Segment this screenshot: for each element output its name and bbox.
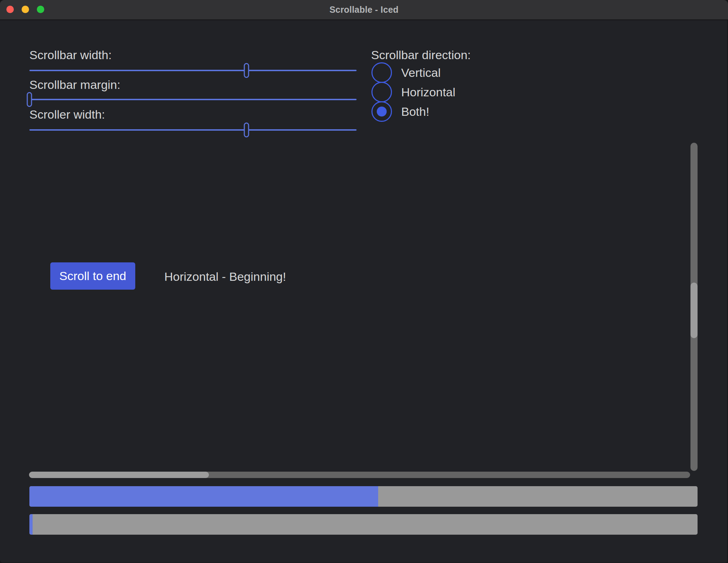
scroll-to-end-button[interactable]: Scroll to end xyxy=(50,262,135,290)
radio-circle-icon[interactable] xyxy=(371,62,392,83)
slider-handle[interactable] xyxy=(27,92,32,107)
scrollbar-margin-label: Scrollbar margin: xyxy=(29,78,120,91)
slider-track[interactable] xyxy=(29,70,357,71)
radio-circle-icon[interactable] xyxy=(371,82,392,102)
radio-vertical-label: Vertical xyxy=(401,66,441,80)
app-window: Scrollable - Iced Scrollbar width: Scrol… xyxy=(0,0,728,563)
scrollbar-direction-label: Scrollbar direction: xyxy=(371,48,471,62)
slider-track[interactable] xyxy=(29,99,357,100)
slider-handle[interactable] xyxy=(244,63,249,78)
progress-fill xyxy=(29,486,378,507)
progress-fill xyxy=(29,514,33,535)
radio-horizontal[interactable]: Horizontal xyxy=(371,82,455,102)
radio-circle-icon[interactable] xyxy=(371,101,392,122)
horizontal-scrollbar-rail[interactable] xyxy=(29,472,690,478)
radio-both-label: Both! xyxy=(401,105,429,119)
scrollbar-width-label: Scrollbar width: xyxy=(29,48,112,62)
horizontal-scrollbar-thumb[interactable] xyxy=(29,472,209,478)
scroller-width-label: Scroller width: xyxy=(29,108,105,121)
radio-both[interactable]: Both! xyxy=(371,101,429,122)
vertical-progress-bar xyxy=(29,514,698,535)
vertical-scrollbar-thumb[interactable] xyxy=(690,283,698,338)
close-button[interactable] xyxy=(6,6,14,13)
vertical-scrollbar-rail[interactable] xyxy=(690,143,698,471)
title-bar[interactable]: Scrollable - Iced xyxy=(0,0,728,20)
scroller-width-slider[interactable] xyxy=(29,123,357,137)
horizontal-progress-bar xyxy=(29,486,698,507)
scrollbar-margin-slider[interactable] xyxy=(29,92,357,107)
slider-track[interactable] xyxy=(29,129,357,131)
scroll-status-text: Horizontal - Beginning! xyxy=(164,270,286,284)
zoom-button[interactable] xyxy=(37,6,44,13)
window-title: Scrollable - Iced xyxy=(329,5,398,15)
minimize-button[interactable] xyxy=(22,6,29,13)
scrollbar-width-slider[interactable] xyxy=(29,63,357,78)
slider-handle[interactable] xyxy=(244,123,249,137)
radio-vertical[interactable]: Vertical xyxy=(371,62,441,83)
radio-horizontal-label: Horizontal xyxy=(401,85,455,99)
